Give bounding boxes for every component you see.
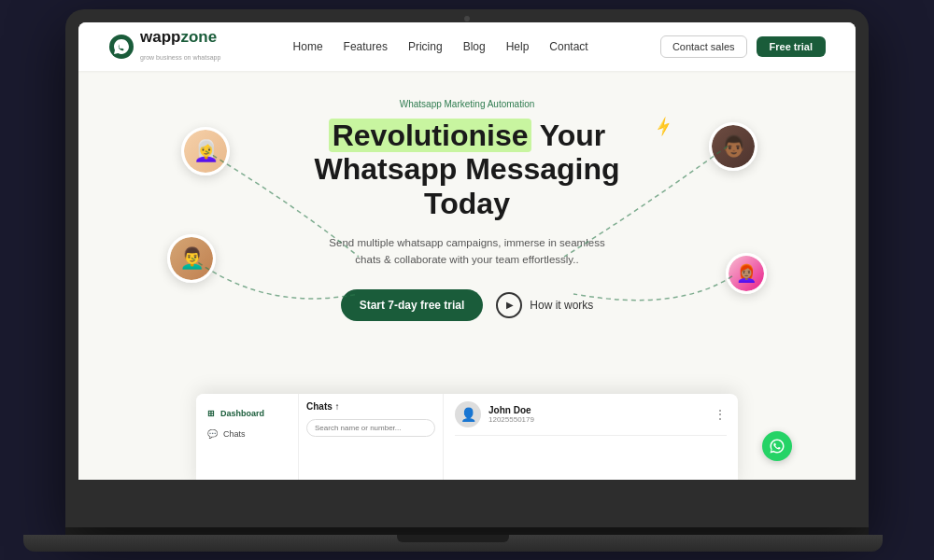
sidebar-chats[interactable]: 💬 Chats bbox=[196, 424, 298, 444]
hero-title-line3: Today bbox=[424, 187, 510, 220]
laptop-notch bbox=[397, 535, 509, 542]
logo-icon bbox=[108, 34, 134, 60]
chats-label: Chats bbox=[223, 429, 246, 439]
logo-text: wappzone grow business on whatsapp bbox=[140, 29, 220, 63]
laptop-body: wappzone grow business on whatsapp Home … bbox=[65, 9, 869, 527]
contact-avatar: 👤 bbox=[455, 401, 481, 427]
website-content: wappzone grow business on whatsapp Home … bbox=[78, 22, 856, 480]
navbar: wappzone grow business on whatsapp Home … bbox=[78, 22, 856, 71]
chats-search-input[interactable] bbox=[306, 419, 435, 437]
nav-contact[interactable]: Contact bbox=[549, 40, 587, 53]
avatar-4: 👩🏽‍🦰 bbox=[726, 253, 767, 294]
free-trial-button[interactable]: Free trial bbox=[757, 36, 826, 57]
contact-number: 12025550179 bbox=[488, 415, 534, 424]
contact-sales-button[interactable]: Contact sales bbox=[660, 35, 747, 58]
more-options-icon[interactable]: ⋮ bbox=[714, 407, 727, 422]
nav-help[interactable]: Help bbox=[506, 40, 530, 53]
logo-first: wapp bbox=[140, 28, 180, 46]
whatsapp-icon bbox=[769, 438, 785, 455]
nav-links: Home Features Pricing Blog Help Contact bbox=[293, 40, 588, 53]
how-it-works-button[interactable]: ▶ How it works bbox=[496, 292, 593, 318]
logo-tagline: grow business on whatsapp bbox=[140, 54, 220, 61]
avatar-1: 👩‍🦳 bbox=[181, 127, 230, 175]
sidebar-dashboard[interactable]: ⊞ Dashboard bbox=[196, 403, 298, 424]
nav-home[interactable]: Home bbox=[293, 40, 323, 53]
dashboard-preview: ⊞ Dashboard 💬 Chats Chats ↑ bbox=[196, 394, 738, 480]
avatar-2: 👨‍🦱 bbox=[167, 234, 216, 283]
hero-title-line1: Revolutionise Your bbox=[329, 119, 606, 152]
chats-title: Chats ↑ bbox=[306, 401, 435, 412]
play-icon: ▶ bbox=[496, 292, 522, 318]
hero-section: ⚡ 👩‍🦳 👨‍🦱 👨🏾 👩🏽‍🦰 bbox=[78, 71, 856, 480]
how-it-works-label: How it works bbox=[530, 299, 593, 312]
laptop-wrapper: wappzone grow business on whatsapp Home … bbox=[51, 9, 883, 552]
laptop-base bbox=[23, 535, 883, 552]
hero-title: Revolutionise Your Whatsapp Messaging To… bbox=[314, 119, 619, 221]
lightning-icon: ⚡ bbox=[652, 115, 675, 138]
contact-header: 👤 John Doe 12025550179 ⋮ bbox=[455, 401, 727, 436]
hero-cta: Start 7-day free trial ▶ How it works bbox=[341, 289, 594, 321]
chats-panel: Chats ↑ bbox=[299, 394, 444, 480]
dashboard-sidebar: ⊞ Dashboard 💬 Chats bbox=[196, 394, 299, 480]
contact-name: John Doe bbox=[488, 405, 534, 415]
nav-features[interactable]: Features bbox=[344, 40, 388, 53]
laptop-screen: wappzone grow business on whatsapp Home … bbox=[78, 22, 856, 480]
contact-info: John Doe 12025550179 bbox=[488, 405, 534, 424]
dashboard-label: Dashboard bbox=[220, 409, 264, 418]
start-trial-button[interactable]: Start 7-day free trial bbox=[341, 289, 484, 321]
dashboard-icon: ⊞ bbox=[207, 409, 215, 418]
highlight-text: Revolutionise bbox=[329, 119, 532, 152]
nav-actions: Contact sales Free trial bbox=[660, 35, 826, 58]
nav-blog[interactable]: Blog bbox=[463, 40, 486, 53]
hero-title-line2: Whatsapp Messaging bbox=[314, 152, 619, 186]
nav-pricing[interactable]: Pricing bbox=[408, 40, 443, 53]
logo: wappzone grow business on whatsapp bbox=[108, 29, 220, 63]
avatar-3: 👨🏾 bbox=[709, 122, 757, 171]
chats-icon: 💬 bbox=[207, 429, 218, 439]
chat-main: 👤 John Doe 12025550179 ⋮ bbox=[444, 394, 738, 480]
logo-second: zone bbox=[180, 28, 217, 46]
laptop-hinge bbox=[65, 527, 869, 535]
hero-tag: Whatsapp Marketing Automation bbox=[400, 99, 535, 109]
whatsapp-fab[interactable] bbox=[762, 431, 792, 461]
hero-subtitle: Send multiple whatsapp campaigns, immers… bbox=[318, 234, 616, 269]
